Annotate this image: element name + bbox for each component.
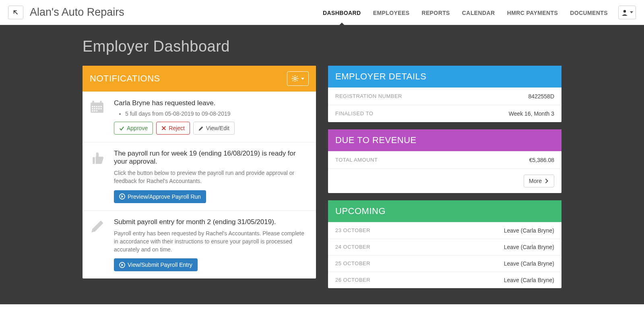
- thumbs-up-icon: [90, 150, 107, 203]
- arrow-circle-icon: [119, 193, 125, 199]
- preview-approve-payroll-button[interactable]: Preview/Approve Payroll Run: [114, 190, 206, 203]
- caret-down-icon: [630, 11, 633, 13]
- detail-value: €5,386.08: [529, 157, 554, 163]
- x-icon: [161, 126, 166, 131]
- detail-row: REGISTRATION NUMBER 8422558D: [328, 87, 561, 105]
- upcoming-header: UPCOMING: [328, 200, 561, 222]
- nav-dashboard[interactable]: DASHBOARD: [323, 2, 361, 23]
- detail-label: REGISTRATION NUMBER: [335, 93, 402, 100]
- reject-button[interactable]: Reject: [156, 122, 190, 135]
- page-title: Employer Dashboard: [83, 38, 561, 55]
- pencil-icon: [90, 218, 107, 272]
- approve-button[interactable]: Approve: [114, 122, 153, 135]
- caret-down-icon: [301, 78, 304, 80]
- upcoming-date: 23 OCTOBER: [335, 227, 370, 234]
- upcoming-text: Leave (Carla Bryne): [504, 277, 554, 283]
- calendar-icon: [90, 99, 107, 135]
- notifications-header: NOTIFICATIONS: [83, 66, 316, 91]
- nav-calendar[interactable]: CALENDAR: [462, 2, 495, 23]
- upcoming-item: 26 OCTOBER Leave (Carla Bryne): [328, 272, 561, 288]
- more-button[interactable]: More: [524, 175, 554, 187]
- employer-details-title: EMPLOYER DETAILS: [335, 71, 426, 82]
- view-submit-payroll-button[interactable]: View/Submit Payroll Entry: [114, 258, 198, 271]
- upcoming-item: 24 OCTOBER Leave (Carla Bryne): [328, 239, 561, 255]
- check-icon: [119, 126, 124, 131]
- detail-row: FINALISED TO Week 16, Month 3: [328, 105, 561, 122]
- user-menu-button[interactable]: [618, 6, 636, 19]
- upcoming-title: UPCOMING: [335, 206, 386, 216]
- due-to-revenue-panel: DUE TO REVENUE TOTAL AMOUNT €5,386.08 Mo…: [328, 129, 561, 193]
- upcoming-date: 26 OCTOBER: [335, 277, 370, 283]
- notifications-settings-button[interactable]: [287, 71, 309, 86]
- nav-hmrc-payments[interactable]: HMRC PAYMENTS: [507, 2, 558, 23]
- nav-employees[interactable]: EMPLOYEES: [373, 2, 410, 23]
- upcoming-date: 25 OCTOBER: [335, 260, 370, 267]
- main-nav: DASHBOARD EMPLOYEES REPORTS CALENDAR HMR…: [323, 2, 608, 23]
- notifications-title: NOTIFICATIONS: [90, 73, 160, 84]
- arrow-circle-icon: [119, 262, 125, 268]
- upcoming-item: 23 OCTOBER Leave (Carla Bryne): [328, 222, 561, 239]
- view-edit-button[interactable]: View/Edit: [193, 122, 235, 135]
- notification-item: The payroll run for week 19 (ending 16/0…: [83, 142, 316, 210]
- nav-documents[interactable]: DOCUMENTS: [570, 2, 608, 23]
- notification-description: Payroll entry has been requested by Rach…: [114, 229, 309, 254]
- pencil-icon: [198, 126, 204, 131]
- back-button[interactable]: [8, 6, 23, 19]
- notification-item: Carla Bryne has requested leave. 5 full …: [83, 91, 316, 142]
- notification-title: Carla Bryne has requested leave.: [114, 99, 309, 107]
- notification-title: The payroll run for week 19 (ending 16/0…: [114, 150, 309, 166]
- upcoming-text: Leave (Carla Bryne): [504, 260, 554, 267]
- nav-reports[interactable]: REPORTS: [421, 2, 450, 23]
- chevron-right-icon: [544, 178, 549, 184]
- notification-title: Submit payroll entry for month 2 (ending…: [114, 218, 309, 226]
- employer-details-header: EMPLOYER DETAILS: [328, 66, 561, 87]
- notification-item: Submit payroll entry for month 2 (ending…: [83, 210, 316, 279]
- detail-label: TOTAL AMOUNT: [335, 157, 378, 163]
- upcoming-item: 25 OCTOBER Leave (Carla Bryne): [328, 255, 561, 272]
- notifications-panel: NOTIFICATIONS Carla Bryne has requested …: [83, 66, 316, 278]
- upcoming-text: Leave (Carla Bryne): [504, 227, 554, 234]
- due-to-revenue-header: DUE TO REVENUE: [328, 129, 561, 151]
- due-to-revenue-title: DUE TO REVENUE: [335, 135, 417, 145]
- company-name: Alan's Auto Repairs: [30, 6, 124, 19]
- back-arrow-icon: [12, 9, 19, 16]
- employer-details-panel: EMPLOYER DETAILS REGISTRATION NUMBER 842…: [328, 66, 561, 122]
- gear-icon: [291, 75, 299, 82]
- upcoming-date: 24 OCTOBER: [335, 244, 370, 250]
- user-icon: [621, 9, 628, 16]
- detail-value: 8422558D: [528, 93, 554, 100]
- notification-description: Click the button below to preview the pa…: [114, 169, 309, 185]
- notification-details: 5 full days from 05-08-2019 to 09-08-201…: [114, 110, 309, 117]
- detail-label: FINALISED TO: [335, 110, 373, 117]
- upcoming-panel: UPCOMING 23 OCTOBER Leave (Carla Bryne) …: [328, 200, 561, 288]
- upcoming-text: Leave (Carla Bryne): [504, 244, 554, 250]
- detail-value: Week 16, Month 3: [509, 110, 554, 117]
- detail-row: TOTAL AMOUNT €5,386.08: [328, 151, 561, 168]
